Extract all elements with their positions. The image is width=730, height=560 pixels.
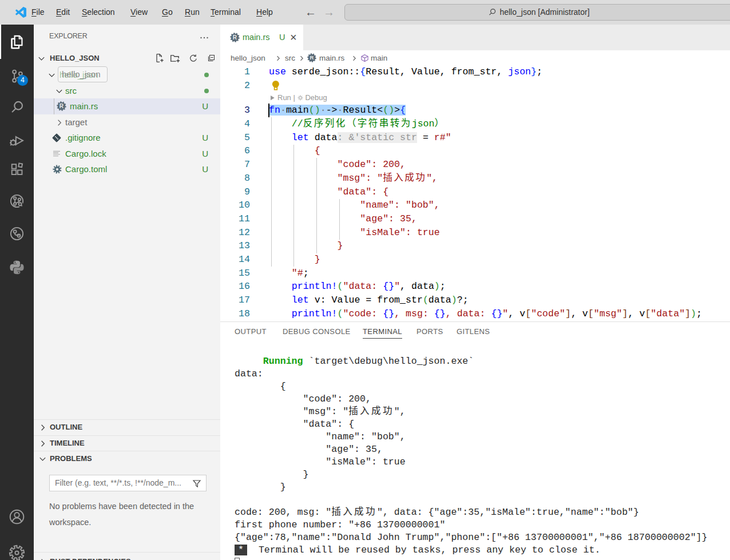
svg-text:R: R — [233, 34, 237, 41]
svg-text:R: R — [310, 54, 314, 61]
svg-text:R: R — [59, 103, 64, 109]
